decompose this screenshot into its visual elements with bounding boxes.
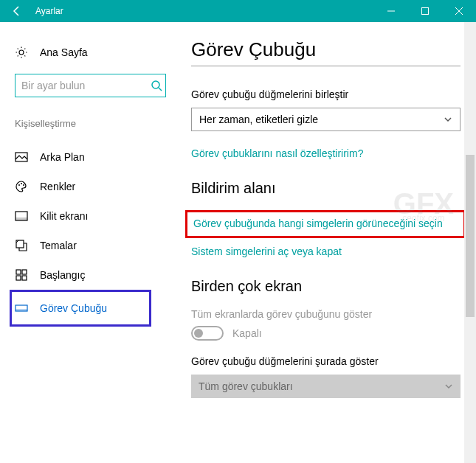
- sidebar-item-label: Görev Çubuğu: [40, 302, 107, 314]
- scroll-thumb[interactable]: [466, 155, 475, 317]
- multi-display-section-title: Birden çok ekran: [191, 278, 458, 295]
- combine-dropdown[interactable]: Her zaman, etiketleri gizle: [191, 108, 461, 131]
- sidebar-item-themes[interactable]: Temalar: [15, 231, 166, 260]
- select-icons-link[interactable]: Görev çubuğunda hangi simgelerin görünec…: [193, 217, 458, 232]
- window-controls: [374, 0, 476, 22]
- system-icons-link[interactable]: Sistem simgelerini aç veya kapat: [191, 246, 458, 257]
- svg-point-7: [23, 184, 24, 186]
- svg-rect-16: [15, 309, 27, 311]
- sidebar: Ana Sayfa Kişiselleştirme Arka Plan Renk…: [0, 22, 181, 463]
- svg-rect-1: [422, 8, 429, 15]
- svg-line-3: [159, 88, 162, 91]
- svg-point-5: [18, 184, 20, 186]
- search-icon: [151, 80, 162, 91]
- sidebar-item-colors[interactable]: Renkler: [15, 172, 166, 201]
- image-icon: [15, 150, 28, 164]
- toggle-knob: [194, 329, 203, 338]
- customize-link[interactable]: Görev çubuklarını nasıl özelleştiririm?: [191, 147, 458, 159]
- show-buttons-label: Görev çubuğu düğmelerini şurada göster: [191, 355, 458, 367]
- svg-rect-14: [22, 276, 27, 280]
- dropdown-value: Tüm görev çubukları: [199, 380, 293, 392]
- show-all-label: Tüm ekranlarda görev çubuğunu göster: [191, 308, 458, 320]
- svg-rect-9: [15, 217, 27, 220]
- search-input[interactable]: [21, 80, 151, 91]
- sidebar-item-label: Renkler: [40, 181, 75, 192]
- window-title: Ayarlar: [34, 6, 374, 16]
- show-all-toggle[interactable]: [191, 326, 224, 341]
- chevron-down-icon: [444, 115, 452, 124]
- sidebar-item-label: Arka Plan: [40, 151, 85, 163]
- sidebar-item-start[interactable]: Başlangıç: [15, 260, 166, 290]
- show-buttons-dropdown: Tüm görev çubukları: [191, 375, 461, 398]
- content-area: Görev Çubuğu Görev çubuğu düğmelerini bi…: [181, 22, 476, 463]
- home-link[interactable]: Ana Sayfa: [15, 46, 166, 59]
- sidebar-item-label: Temalar: [40, 240, 77, 251]
- themes-icon: [15, 239, 28, 252]
- highlight-frame-blue: Görev Çubuğu: [10, 290, 151, 327]
- svg-rect-12: [22, 270, 27, 274]
- titlebar: Ayarlar: [0, 0, 476, 22]
- svg-point-6: [21, 183, 22, 184]
- scrollbar[interactable]: [464, 22, 476, 463]
- page-title: Görev Çubuğu: [191, 38, 458, 61]
- dropdown-value: Her zaman, etiketleri gizle: [199, 114, 318, 125]
- sidebar-item-lockscreen[interactable]: Kilit ekranı: [15, 201, 166, 231]
- divider: [191, 66, 461, 66]
- svg-rect-13: [16, 276, 21, 280]
- svg-rect-11: [16, 270, 21, 274]
- start-icon: [15, 268, 28, 282]
- sidebar-item-label: Kilit ekranı: [40, 210, 88, 222]
- home-label: Ana Sayfa: [40, 46, 88, 58]
- gear-icon: [15, 46, 28, 59]
- show-all-toggle-row: Kapalı: [191, 326, 458, 341]
- back-button[interactable]: [0, 0, 34, 22]
- notification-section-title: Bildirim alanı: [191, 180, 458, 197]
- sidebar-item-label: Başlangıç: [40, 269, 85, 281]
- svg-point-2: [152, 81, 159, 88]
- category-label: Kişiselleştirme: [15, 118, 166, 129]
- toggle-state-label: Kapalı: [232, 327, 262, 339]
- sidebar-item-taskbar[interactable]: Görev Çubuğu: [15, 293, 146, 323]
- sidebar-item-background[interactable]: Arka Plan: [15, 142, 166, 172]
- palette-icon: [15, 180, 28, 193]
- search-box[interactable]: [15, 74, 166, 97]
- taskbar-icon: [15, 302, 28, 315]
- close-button[interactable]: [442, 0, 476, 22]
- lockscreen-icon: [15, 209, 28, 223]
- chevron-down-icon: [444, 382, 453, 391]
- maximize-button[interactable]: [408, 0, 442, 22]
- combine-label: Görev çubuğu düğmelerini birleştir: [191, 88, 458, 100]
- minimize-button[interactable]: [374, 0, 408, 22]
- highlight-frame-red: Görev çubuğunda hangi simgelerin görünec…: [185, 210, 466, 238]
